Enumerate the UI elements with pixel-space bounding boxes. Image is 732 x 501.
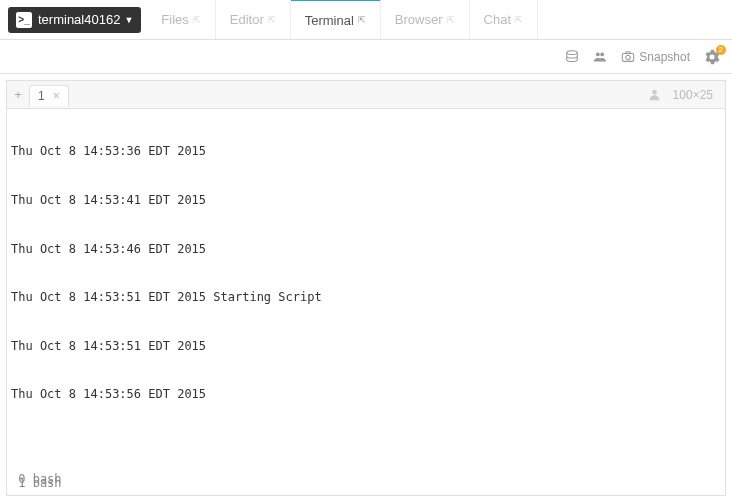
svg-point-2 [601,52,605,56]
term-line: Thu Oct 8 14:53:36 EDT 2015 [11,143,721,159]
main-tabs: Files ⇱ Editor ⇱ Terminal ⇱ Browser ⇱ Ch… [147,0,732,39]
tab-browser[interactable]: Browser ⇱ [381,0,470,39]
terminal-dimensions: 100×25 [673,88,713,102]
database-icon [565,50,579,64]
tab-terminal[interactable]: Terminal ⇱ [291,0,381,39]
snapshot-label: Snapshot [639,50,690,64]
popout-icon: ⇱ [268,15,276,25]
svg-rect-3 [623,53,634,61]
tab-chat-label: Chat [484,12,511,27]
project-name: terminal40162 [38,12,120,27]
terminal-tab-label: 1 [38,89,45,103]
settings-button[interactable]: 2 [704,49,720,65]
tab-chat[interactable]: Chat ⇱ [470,0,538,39]
tab-files-label: Files [161,12,188,27]
terminal-tabs: + 1 × 100×25 [6,80,726,108]
tab-files[interactable]: Files ⇱ [147,0,215,39]
popout-icon: ⇱ [358,15,366,25]
term-line: Thu Oct 8 14:53:46 EDT 2015 [11,241,721,257]
snapshot-button[interactable]: Snapshot [621,50,690,64]
terminal-output[interactable]: Thu Oct 8 14:53:36 EDT 2015 Thu Oct 8 14… [6,108,726,496]
tab-terminal-label: Terminal [305,13,354,28]
tab-editor[interactable]: Editor ⇱ [216,0,291,39]
toolbar: Snapshot 2 [0,40,732,74]
users-button[interactable] [593,50,607,64]
term-bottom-status: 1 bash [11,475,62,491]
svg-point-4 [626,55,630,59]
term-line: Thu Oct 8 14:53:56 EDT 2015 [11,386,721,402]
term-line: Thu Oct 8 14:53:51 EDT 2015 Starting Scr… [11,289,721,305]
terminal-info: 100×25 [636,88,725,102]
term-line: Thu Oct 8 14:53:41 EDT 2015 [11,192,721,208]
svg-point-1 [596,52,600,56]
popout-icon: ⇱ [193,15,201,25]
add-tab-button[interactable]: + [7,87,29,102]
users-icon [593,50,607,64]
terminal-icon: >_ [16,12,32,28]
tab-browser-label: Browser [395,12,443,27]
tab-editor-label: Editor [230,12,264,27]
popout-icon: ⇱ [447,15,455,25]
user-icon [648,88,661,101]
svg-point-5 [652,90,657,95]
database-button[interactable] [565,50,579,64]
svg-point-0 [567,50,578,54]
popout-icon: ⇱ [515,15,523,25]
terminal-tab-1[interactable]: 1 × [29,85,69,106]
top-bar: >_ terminal40162 ▼ Files ⇱ Editor ⇱ Term… [0,0,732,40]
close-icon[interactable]: × [53,89,60,103]
camera-icon [621,50,635,64]
term-status: 0 bash [11,471,721,487]
term-line: Thu Oct 8 14:53:51 EDT 2015 [11,338,721,354]
caret-down-icon: ▼ [124,15,133,25]
content: + 1 × 100×25 Thu Oct 8 14:53:36 EDT 2015… [0,74,732,501]
project-selector[interactable]: >_ terminal40162 ▼ [8,7,141,33]
settings-badge: 2 [716,45,726,55]
